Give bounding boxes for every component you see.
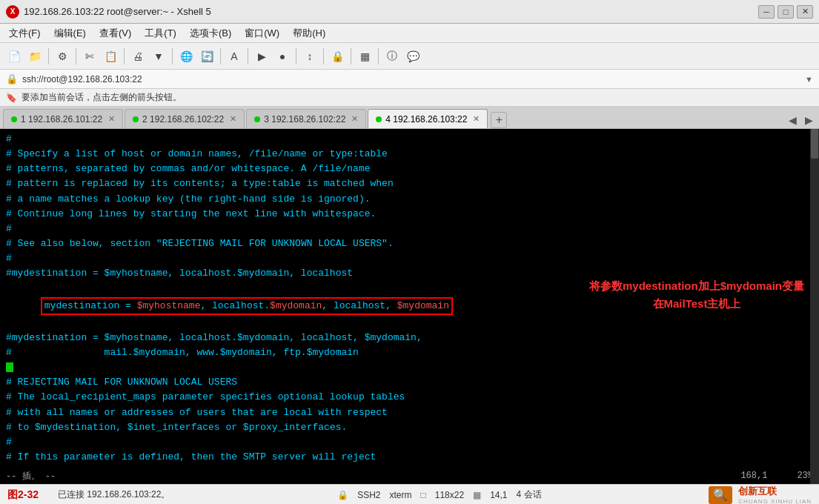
logo-icon: 🔍 [709, 486, 732, 504]
toolbar-separator-2 [76, 48, 76, 64]
expand-button[interactable]: ↕ [300, 47, 319, 66]
network2-button[interactable]: 🔄 [197, 47, 216, 66]
vim-mode: -- 插。 -- [6, 470, 56, 483]
logo-sub-text: CHUANG XINHU LIAN [738, 498, 812, 504]
address-icon: 🔒 [6, 73, 18, 84]
menu-view[interactable]: 查看(V) [93, 25, 137, 42]
cut-button[interactable]: ✄ [80, 47, 99, 66]
new-session-button[interactable]: 📄 [4, 47, 24, 66]
myhostname-var: $myhostname [137, 300, 201, 311]
menu-help[interactable]: 帮助(H) [287, 25, 331, 42]
network-button[interactable]: 🌐 [176, 47, 196, 66]
vim-statusline: -- 插。 -- 168,1 23% [0, 468, 819, 484]
new-tab-button[interactable]: + [491, 112, 507, 128]
term-line-20: # [6, 435, 807, 450]
tab-3[interactable]: 3 192.168.26.102:22 ✕ [246, 109, 366, 128]
annotation-line-2: 在MailTest主机上 [589, 295, 804, 313]
section-keyword: section [110, 238, 150, 249]
highlighted-command: mydestination = $myhostname, localhost.$… [41, 297, 453, 315]
tab-navigation: ◀ ▶ [785, 112, 816, 128]
lock-icon: 🔒 [337, 490, 348, 500]
logo-area: 🔍 创新互联 CHUANG XINHU LIAN [709, 485, 812, 504]
term-line-9: # [6, 251, 807, 266]
tab-next-button[interactable]: ▶ [801, 112, 816, 128]
address-dropdown[interactable]: ▼ [805, 75, 813, 84]
term-line-21: # If this parameter is defined, then the… [6, 450, 807, 465]
menu-tools[interactable]: 工具(T) [139, 25, 182, 42]
tab-label-1: 1 192.168.26.101:22 [21, 114, 102, 125]
tab-close-2[interactable]: ✕ [230, 114, 236, 124]
tab-2[interactable]: 2 192.168.26.102:22 ✕ [125, 109, 245, 128]
menu-edit[interactable]: 编辑(E) [48, 25, 92, 42]
term-line-8: # See also below, section "REJECTING MAI… [6, 236, 807, 251]
tab-close-3[interactable]: ✕ [351, 114, 358, 124]
layout-button[interactable]: ▦ [355, 47, 374, 66]
status-info: 🔒 SSH2 xterm □ 118x22 ▦ 14,1 4 会话 [337, 488, 541, 501]
toolbar-separator-10 [378, 48, 379, 64]
help-button[interactable]: ⓘ [382, 47, 402, 66]
term-line-5: # a name matches a lookup key (the right… [6, 192, 807, 207]
scrollbar-thumb[interactable] [811, 129, 818, 159]
terminal-container[interactable]: # # Specify a list of host or domain nam… [0, 129, 819, 484]
figure-label: 图2-32 [7, 488, 39, 502]
tab-label-2: 2 192.168.26.102:22 [142, 114, 224, 125]
title-bar-left: X 192.168.26.103:22 root@server:~ - Xshe… [6, 5, 211, 19]
properties-button[interactable]: ⚙ [53, 47, 72, 66]
tab-1[interactable]: 1 192.168.26.101:22 ✕ [3, 109, 123, 128]
bottom-bar: 图2-32 已连接 192.168.26.103:22。 🔒 SSH2 xter… [0, 484, 819, 504]
address-bar: 🔒 ssh://root@192.168.26.103:22 ▼ [0, 70, 819, 89]
lock-button[interactable]: 🔒 [328, 47, 347, 66]
size-icon: □ [421, 490, 426, 500]
open-button[interactable]: 📁 [25, 47, 44, 66]
print-options-button[interactable]: ▼ [149, 47, 168, 66]
scrollbar[interactable] [810, 129, 819, 484]
term-line-18: # with all names or addresses of users t… [6, 405, 807, 420]
term-line-3: # patterns, separated by commas and/or w… [6, 162, 807, 176]
toolbar-separator-4 [172, 48, 173, 64]
term-line-14 [6, 360, 807, 375]
logo-glyph: 🔍 [713, 488, 728, 502]
info-text: 要添加当前会话，点击左侧的箭头按钮。 [21, 91, 182, 104]
tab-dot-2 [133, 116, 139, 122]
size-label: 118x22 [435, 490, 464, 500]
toolbar: 📄 📁 ⚙ ✄ 📋 🖨 ▼ 🌐 🔄 A ▶ ● ↕ 🔒 ▦ ⓘ 💬 [0, 43, 819, 70]
menu-tabs[interactable]: 选项卡(B) [184, 25, 237, 42]
layer-icon: ▦ [473, 490, 481, 500]
tab-close-1[interactable]: ✕ [108, 114, 115, 124]
vim-position: 168,1 [740, 471, 767, 481]
term-line-17: # The local_recipient_maps parameter spe… [6, 390, 807, 405]
toolbar-separator-6 [248, 48, 248, 64]
script-button[interactable]: ▶ [252, 47, 271, 66]
toolbar-separator-9 [351, 48, 351, 64]
tab-dot-3 [254, 116, 260, 122]
term-line-19: # to $mydestination, $inet_interfaces or… [6, 420, 807, 435]
toolbar-separator-3 [124, 48, 125, 64]
address-text: ssh://root@192.168.26.103:22 [22, 74, 800, 84]
window-title: 192.168.26.103:22 root@server:~ - Xshell… [24, 6, 211, 17]
menu-file[interactable]: 文件(F) [3, 25, 47, 42]
menu-bar: 文件(F) 编辑(E) 查看(V) 工具(T) 选项卡(B) 窗口(W) 帮助(… [0, 24, 819, 43]
close-button[interactable]: ✕ [797, 5, 813, 19]
terminal[interactable]: # # Specify a list of host or domain nam… [0, 129, 819, 468]
menu-window[interactable]: 窗口(W) [239, 25, 285, 42]
term-line-7: # [6, 222, 807, 236]
tab-4[interactable]: 4 192.168.26.103:22 ✕ [368, 109, 488, 128]
annotation-line-1: 将参数mydestination加上$mydomain变量 [589, 277, 804, 295]
chat-button[interactable]: 💬 [403, 47, 422, 66]
mydomain-var-2: $mydomain [397, 300, 449, 311]
tab-dot-1 [11, 116, 17, 122]
logo-text-block: 创新互联 CHUANG XINHU LIAN [738, 485, 812, 504]
tab-label-4: 4 192.168.26.103:22 [385, 114, 467, 125]
print-button[interactable]: 🖨 [128, 47, 147, 66]
term-line-13: # mail.$mydomain, www.$mydomain, ftp.$my… [6, 345, 807, 360]
maximize-button[interactable]: □ [777, 5, 794, 19]
tab-label-3: 3 192.168.26.102:22 [264, 114, 345, 125]
copy-button[interactable]: 📋 [101, 47, 120, 66]
connected-text: 已连接 192.168.26.103:22。 [58, 488, 170, 501]
logo-text: 创新互联 [738, 485, 812, 498]
record-button[interactable]: ● [273, 47, 292, 66]
tab-prev-button[interactable]: ◀ [785, 112, 800, 128]
tab-close-4[interactable]: ✕ [473, 114, 480, 124]
minimize-button[interactable]: ─ [758, 5, 775, 19]
font-button[interactable]: A [225, 47, 244, 66]
